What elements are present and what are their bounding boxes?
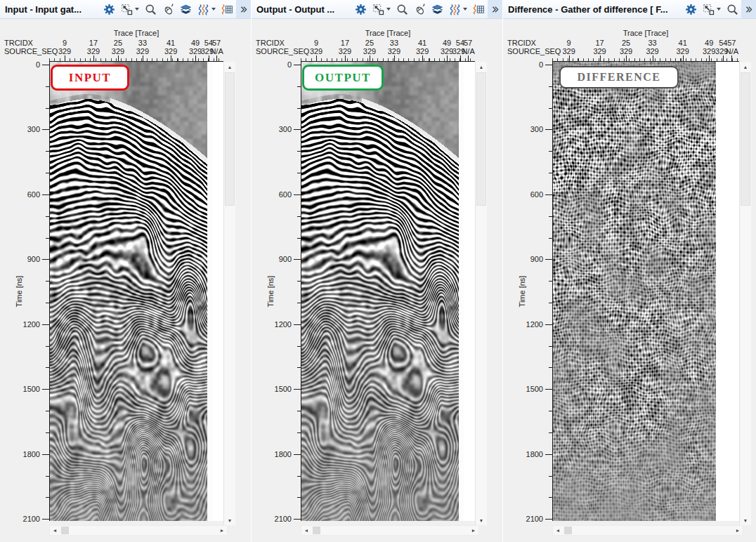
horizontal-scrollbar[interactable]: ◄ ► [301,525,479,536]
vertical-scroll-thumb[interactable] [741,72,750,206]
scroll-left-button[interactable]: ◄ [301,526,311,535]
source-seq-values: 329329329329329329329N/A [301,47,475,55]
scroll-up-button[interactable]: ▲ [740,62,751,72]
trcidx-value: 9 [567,39,571,47]
scroll-down-button[interactable]: ▼ [740,515,751,525]
time-tick-label: 1800 [23,450,40,458]
zoom-button[interactable] [724,0,741,18]
layers-button[interactable] [429,0,446,18]
seismic-image[interactable] [301,62,464,521]
overflow-icon [240,6,247,13]
overflow-button[interactable] [488,0,502,18]
time-axis-labels: 03006009001200150018002100 [503,0,543,542]
scroll-up-button[interactable]: ▲ [476,62,487,72]
trcidx-values: 917253341495457 [49,39,223,47]
time-tick-label: 1800 [526,450,543,458]
gear-button[interactable] [682,0,700,18]
trcidx-values: 917253341495457 [552,39,739,47]
vertical-scrollbar[interactable]: ▲ ▼ [739,62,751,525]
trcidx-value: 54 [719,39,727,47]
seismic-image[interactable] [50,62,212,521]
trcidx-value: 17 [89,39,98,47]
source-seq-value: 329 [189,47,202,55]
scroll-right-button[interactable]: ► [733,526,743,535]
horizontal-scroll-thumb[interactable] [313,527,320,534]
scroll-down-button[interactable]: ▼ [224,515,235,525]
gather-panel-2: Output - Output ... Trace [Trace] TRCIDX… [252,0,502,542]
source-seq-values: 329329329329329329329N/A [49,47,223,55]
vertical-scrollbar[interactable]: ▲ ▼ [475,62,487,525]
spreadsheet-icon [473,4,485,15]
time-tick-label: 900 [279,255,292,263]
mouse-tool-button[interactable] [411,0,429,18]
overflow-button[interactable] [236,0,251,18]
scroll-up-button[interactable]: ▲ [224,62,235,72]
gear-icon [103,4,115,15]
horizontal-scrollbar[interactable]: ◄ ► [49,525,228,536]
wiggle-trace-button[interactable] [195,0,219,18]
select-tool-button[interactable] [118,0,142,18]
app: { "colors": { "accent_blue": "#2565a8", … [0,0,756,542]
seismic-plot: DIFFERENCE [553,62,739,521]
scroll-right-button[interactable]: ► [217,526,227,535]
seismic-image[interactable] [553,62,716,521]
select-tool-icon [121,4,133,15]
select-tool-button[interactable] [700,0,724,18]
time-tick-label: 0 [539,60,543,69]
time-tick-label: 300 [530,125,543,133]
spreadsheet-button[interactable] [219,0,236,18]
overflow-icon [491,6,499,13]
trcidx-value: 25 [365,39,374,47]
wiggle-trace-button[interactable] [446,0,470,18]
source-seq-value: 329 [310,47,322,55]
panel-badge: DIFFERENCE [559,66,679,88]
time-axis-labels: 03006009001200150018002100 [0,0,40,542]
spreadsheet-button[interactable] [470,0,488,18]
source-seq-value: 329 [388,47,400,55]
horizontal-scroll-thumb[interactable] [564,527,572,534]
source-seq-values: 329329329329329329329N/A [552,47,739,55]
trcidx-value: 33 [648,39,656,47]
source-seq-value: 329 [562,47,575,55]
source-seq-value: 329 [58,47,71,55]
time-tick-label: 1200 [526,320,543,329]
trcidx-values: 917253341495457 [301,39,475,47]
trcidx-value: 33 [390,39,398,47]
source-seq-value: 329 [164,47,177,55]
source-seq-value: 329 [363,47,376,55]
vertical-scroll-thumb[interactable] [225,72,235,206]
scroll-down-button[interactable]: ▼ [476,515,487,525]
source-seq-value: N/A [726,47,738,55]
time-tick-label: 2100 [23,515,40,523]
time-tick-label: 1500 [23,385,40,393]
trcidx-value: 33 [138,39,147,47]
vertical-scroll-thumb[interactable] [476,72,486,206]
overflow-button[interactable] [741,0,756,18]
source-seq-value: N/A [462,47,474,55]
gear-button[interactable] [352,0,370,18]
horizontal-scrollbar[interactable]: ◄ ► [552,525,743,536]
layers-button[interactable] [177,0,195,18]
seismic-plot: INPUT [50,62,223,521]
trcidx-value: 41 [167,39,175,47]
trace-axis-ticks [301,55,475,62]
zoom-button[interactable] [393,0,411,18]
scroll-left-button[interactable]: ◄ [553,526,563,535]
source-seq-value: 329 [646,47,658,55]
scroll-left-button[interactable]: ◄ [50,526,60,535]
panel-toolbar [352,0,502,18]
time-axis-labels: 03006009001200150018002100 [252,0,292,542]
caret-down-icon [463,8,467,11]
select-tool-button[interactable] [370,0,393,18]
zoom-icon [145,4,157,15]
time-tick-label: 600 [27,190,40,199]
time-tick-label: 300 [27,125,40,133]
caret-down-icon [211,8,216,11]
gear-button[interactable] [100,0,118,18]
mouse-tool-button[interactable] [159,0,177,18]
scroll-right-button[interactable]: ► [469,526,478,535]
zoom-button[interactable] [142,0,159,18]
vertical-scrollbar[interactable]: ▲ ▼ [223,62,235,525]
horizontal-scroll-thumb[interactable] [61,527,69,534]
trcidx-value: 49 [191,39,200,47]
